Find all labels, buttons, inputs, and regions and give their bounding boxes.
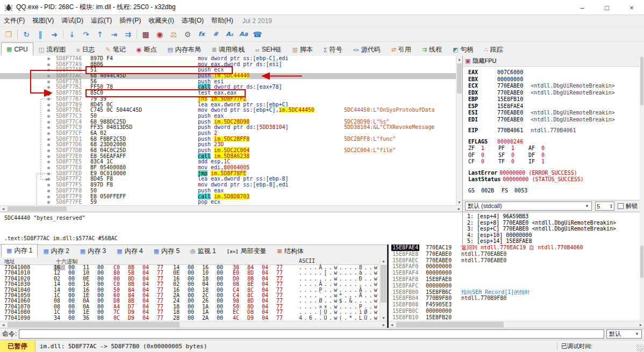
command-input[interactable] — [19, 329, 604, 339]
tab-locals[interactable]: [x=]局部变量 — [221, 245, 272, 257]
scrollbar-thumb[interactable] — [640, 246, 643, 278]
register-row[interactable]: GS002BFS0053 — [468, 188, 640, 195]
run-button[interactable]: ➜ — [47, 28, 61, 41]
scroll-left-icon[interactable]: ◄ — [0, 206, 6, 212]
stack-row[interactable]: 15E8FB1015E8FB20 — [389, 314, 640, 321]
tab-notes[interactable]: ✎笔记 — [101, 44, 131, 56]
tab-memory-3[interactable]: ▦内存 3 — [75, 245, 111, 257]
preferences-scales-button[interactable]: ⚖ — [167, 28, 181, 41]
tab-log[interactable]: ≡日志 — [71, 44, 100, 56]
patch-button[interactable]: ▩ — [139, 28, 153, 41]
tab-source[interactable]: <>源代码 — [348, 44, 386, 56]
scroll-left-icon[interactable]: ◄ — [389, 321, 395, 328]
register-row[interactable]: EDI770EABE0<ntdll.DbgUiRemoteBreakin> — [468, 117, 640, 124]
menu-item-1[interactable]: 文件(F) — [0, 15, 28, 26]
pause-button[interactable]: ‖ — [33, 28, 47, 41]
trace-record-button[interactable]: ◉ — [153, 28, 167, 41]
scrollbar-thumb[interactable] — [640, 57, 643, 105]
stack-row[interactable]: 15E8FB08F45905E3 — [389, 301, 640, 308]
menu-item-2[interactable]: 视图(V) — [28, 15, 58, 26]
tab-memory-4[interactable]: ▦内存 4 — [111, 245, 148, 257]
tab-cpu[interactable]: ▦CPU — [1, 42, 33, 56]
sort-az-button[interactable]: Aa — [237, 28, 251, 41]
stack-pane[interactable]: 15E8FAE4770EAC19返回到 ntdll.770EAC19 自 ntd… — [389, 245, 640, 321]
scroll-up-icon[interactable]: ▲ — [456, 56, 462, 62]
argument-row[interactable]: 3: [esp+C] 770EABE0 <ntdll.DbgUiRemoteBr… — [467, 226, 640, 232]
register-row[interactable]: LastStatus00000000 (STATUS_SUCCESS) — [468, 176, 640, 183]
command-syntax-select[interactable]: 默认 ▼ — [606, 329, 642, 339]
maximize-button[interactable]: □ — [595, 0, 619, 15]
tab-breakpoints[interactable]: ◉断点 — [131, 44, 162, 56]
scroll-up-icon[interactable]: ▲ — [380, 257, 387, 264]
scroll-left-icon[interactable]: ◄ — [0, 321, 6, 328]
spinner-arrows-icon[interactable]: ▲▼ — [610, 204, 613, 209]
tab-memory-1[interactable]: ▦内存 1 — [1, 244, 38, 257]
register-row[interactable]: CF0TF0IF1 — [468, 159, 640, 166]
scroll-right-icon[interactable]: ► — [456, 206, 462, 212]
scroll-down-icon[interactable]: ▼ — [456, 199, 462, 205]
menu-item-7[interactable]: 选项(O) — [178, 15, 207, 26]
scrollbar-thumb[interactable] — [457, 63, 462, 94]
animate-button[interactable]: ⇉ — [121, 28, 135, 41]
tab-threads[interactable]: ⇉线程 — [417, 44, 447, 56]
registers-vertical-scrollbar[interactable] — [640, 56, 644, 202]
dump-vertical-scrollbar[interactable]: ▲ ▼ — [380, 257, 387, 321]
hash-button[interactable]: # — [209, 28, 223, 41]
register-row[interactable]: EFLAGS00000246 — [468, 139, 640, 146]
tab-handles[interactable]: ◩句柄 — [447, 44, 478, 56]
menu-item-6[interactable]: 收藏夹(I) — [145, 15, 177, 26]
tab-script[interactable]: ▥脚本 — [287, 44, 318, 56]
register-row[interactable]: ECX770EABE0<ntdll.DbgUiRemoteBreakin> — [468, 83, 640, 90]
fx-button[interactable]: fx — [195, 28, 209, 41]
stack-row[interactable]: 15E8FB0C00000000 — [389, 308, 640, 314]
stack-row[interactable]: 15E8FAF400000000 — [389, 270, 640, 276]
scrollbar-thumb[interactable] — [396, 322, 504, 327]
argument-row[interactable]: 4: [esp+10] 00000000 — [467, 232, 640, 239]
stack-row[interactable]: 15E8FAFC00000000 — [389, 283, 640, 289]
argument-row[interactable]: 1: [esp+4] 96A59BB3 — [467, 213, 640, 220]
register-row[interactable]: EBX00000000 — [468, 76, 640, 83]
menu-item-4[interactable]: 追踪(T) — [87, 15, 116, 26]
phone-button[interactable]: ☎ — [251, 28, 264, 41]
menu-item-3[interactable]: 调试(D) — [58, 15, 87, 26]
scrollbar-thumb[interactable] — [381, 265, 387, 303]
stack-row[interactable]: 15E8FAF815E8FAE8 — [389, 276, 640, 283]
stack-horizontal-scrollbar[interactable]: ◄ ► — [389, 321, 644, 328]
resize-grip[interactable] — [636, 344, 643, 351]
tab-watch-1[interactable]: ◎监视 1 — [185, 245, 221, 257]
open-file-button[interactable]: ❐ — [2, 28, 16, 41]
stack-vertical-scrollbar[interactable] — [640, 245, 644, 321]
calling-convention-select[interactable]: 默认 (stdcall) ▼ — [465, 202, 592, 211]
disasm-row[interactable]: 5D8F77FE59pop ecx — [0, 199, 456, 205]
scrollbar-thumb[interactable] — [8, 206, 67, 211]
disasm-row[interactable]: 5D8F77C350push eax — [0, 113, 456, 119]
tab-symbols[interactable]: Σ符号 — [318, 44, 348, 56]
step-into-button[interactable]: ↓ — [65, 28, 79, 41]
tab-graph[interactable]: ◫流程图 — [33, 44, 71, 56]
font-button[interactable]: A₂ — [223, 28, 237, 41]
scroll-down-icon[interactable]: ▼ — [380, 314, 387, 321]
argument-row[interactable]: 5: [esp+14] 15E8FAE8 — [467, 238, 640, 245]
minimize-button[interactable]: – — [570, 0, 595, 15]
disassembly-horizontal-scrollbar[interactable]: ◄ ► — [0, 205, 462, 212]
stack-row[interactable]: 15E8FAE8770EABE0ntdll.770EABE0 — [389, 251, 640, 257]
memory-dump-pane[interactable]: 地址 十六进制 ASCII 7704100016001100C08B047714… — [0, 257, 380, 321]
tab-memory-5[interactable]: ▦内存 5 — [148, 245, 185, 257]
restart-button[interactable]: ↻ — [19, 28, 33, 41]
tab-seh[interactable]: ∞SEH链 — [250, 44, 287, 56]
stack-row[interactable]: 15E8FAE4770EAC19返回到 ntdll.770EAC19 自 ntd… — [389, 245, 640, 251]
register-row[interactable]: OF0SF0DF0 — [468, 152, 640, 159]
register-row[interactable]: EAX007C6000 — [468, 69, 640, 76]
tab-memory-map[interactable]: ▤内存布局 — [162, 44, 206, 56]
disasm-row[interactable]: 5D8F77F850push eax — [0, 188, 456, 194]
hide-fpu-button[interactable]: ▣ 隐藏FPU — [465, 57, 496, 65]
disassembly-pane[interactable]: 5D8F77A6897D F4mov dword ptr ss:[ebp-C],… — [0, 56, 456, 205]
dump-horizontal-scrollbar[interactable]: ◄ ► — [0, 321, 387, 328]
stack-row[interactable]: 15E8FAF000000000 — [389, 263, 640, 270]
disassembly-vertical-scrollbar[interactable]: ▲ ▼ — [456, 56, 462, 205]
settings-gear-button[interactable]: ⚙ — [181, 28, 195, 41]
stack-row[interactable]: 15E8FB04770B9F80ntdll.770B9F80 — [389, 295, 640, 301]
register-row[interactable]: EIP770B4061ntdll.770B4061 — [468, 127, 640, 134]
dump-row[interactable]: 770410801C001E007CD9047718001A00ECD80477… — [0, 310, 380, 315]
tab-memory-2[interactable]: ▦内存 2 — [38, 245, 74, 257]
